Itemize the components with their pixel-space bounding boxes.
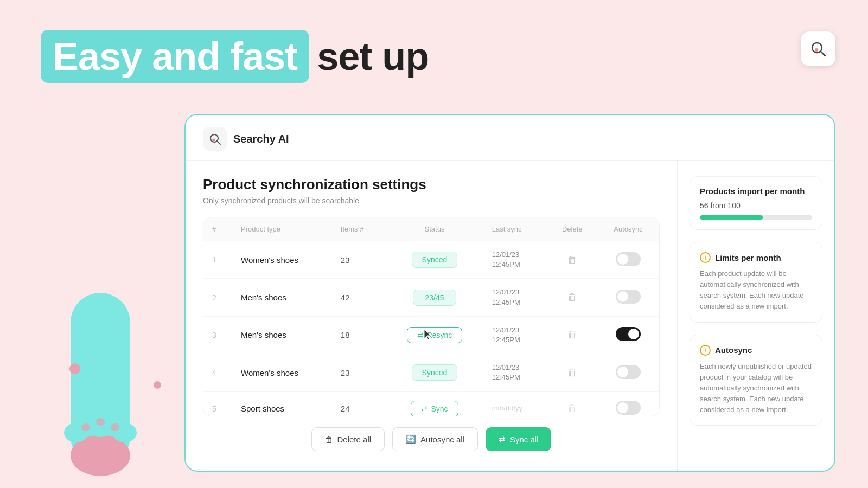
import-card: Products import per month 56 from 100 [690, 176, 822, 230]
row-type: Women's shoes [232, 241, 332, 279]
sync-all-label: Sync all [510, 435, 539, 444]
autosync-toggle[interactable] [616, 290, 641, 304]
autosync-toggle[interactable] [616, 327, 641, 341]
col-items: Items # [332, 217, 386, 241]
row-autosync[interactable] [597, 354, 659, 391]
autosync-text: Each newly unpublished or updated produc… [700, 361, 812, 416]
import-count: 56 from 100 [700, 201, 812, 210]
row-delete[interactable]: 🗑 [547, 279, 597, 316]
app-title: Searchy AI [233, 133, 289, 145]
svg-point-2 [815, 48, 818, 52]
autosync-title: Autosync [715, 345, 752, 355]
row-date: 12/01/2312:45PM [483, 316, 547, 354]
app-logo [203, 127, 227, 151]
row-num: 2 [203, 279, 232, 316]
trash-icon[interactable]: 🗑 [556, 329, 589, 341]
limits-header: i Limits per month [700, 252, 812, 263]
svg-point-11 [69, 363, 80, 374]
row-status[interactable]: ⇄ Resync [386, 316, 483, 354]
autosync-header: i Autosync [700, 345, 812, 356]
product-table-wrapper: # Product type Items # Status Last sync … [203, 217, 660, 416]
sync-icon-autosync: 🔄 [406, 434, 416, 444]
row-num: 5 [203, 391, 232, 416]
progress-bar-fill [700, 215, 763, 220]
delete-all-button[interactable]: 🗑 Delete all [311, 427, 385, 451]
svg-point-15 [213, 139, 215, 142]
row-status[interactable]: ⇄ Sync [386, 391, 483, 416]
autosync-all-label: Autosync all [420, 435, 464, 444]
page-subtitle: Only synchronized products will be searc… [203, 196, 660, 205]
progress-bar-bg [700, 215, 812, 220]
limits-text: Each product update will be automaticall… [700, 268, 812, 312]
autosync-toggle[interactable] [616, 365, 641, 379]
row-autosync[interactable] [597, 279, 659, 316]
svg-point-12 [154, 381, 161, 389]
table-header-row: # Product type Items # Status Last sync … [203, 217, 659, 241]
sync-all-button[interactable]: ⇄ Sync all [486, 427, 552, 451]
row-date: mm/dd/yy [483, 391, 547, 416]
col-sync: Last sync [483, 217, 547, 241]
autosync-toggle[interactable] [616, 252, 641, 266]
table-row: 5Sport shoes24⇄ Syncmm/dd/yy🗑 [203, 391, 659, 416]
row-type: Men's shoes [232, 279, 332, 316]
trash-icon[interactable]: 🗑 [556, 254, 589, 266]
row-items: 42 [332, 279, 386, 316]
svg-line-14 [217, 141, 220, 144]
row-delete[interactable]: 🗑 [547, 241, 597, 279]
row-delete[interactable]: 🗑 [547, 391, 597, 416]
row-items: 23 [332, 241, 386, 279]
svg-point-8 [81, 423, 90, 431]
hero-highlight-text: Easy and fast [41, 30, 309, 83]
row-delete[interactable]: 🗑 [547, 316, 597, 354]
row-autosync[interactable] [597, 241, 659, 279]
table-row: 3Men's shoes18⇄ Resync12/01/2312:45PM🗑 [203, 316, 659, 354]
autosync-all-button[interactable]: 🔄 Autosync all [392, 427, 478, 451]
row-type: Women's shoes [232, 354, 332, 391]
hero-banner: Easy and fast set up [41, 30, 429, 83]
app-header: Searchy AI [186, 115, 834, 161]
paw-illustration [38, 260, 163, 488]
app-icon-button[interactable] [801, 31, 835, 66]
right-panel: Products import per month 56 from 100 i … [677, 161, 834, 471]
col-status: Status [386, 217, 483, 241]
svg-point-9 [96, 418, 105, 426]
table-row: 2Men's shoes4223/4512/01/2312:45PM🗑 [203, 279, 659, 316]
row-num: 1 [203, 241, 232, 279]
svg-line-1 [821, 52, 825, 56]
row-status[interactable]: Synced [386, 241, 483, 279]
autosync-toggle[interactable] [616, 401, 641, 415]
row-items: 24 [332, 391, 386, 416]
trash-icon[interactable]: 🗑 [556, 292, 589, 303]
row-items: 18 [332, 316, 386, 354]
trash-icon[interactable]: 🗑 [556, 403, 589, 414]
row-autosync[interactable] [597, 391, 659, 416]
row-autosync[interactable] [597, 316, 659, 354]
left-panel: Product synchronization settings Only sy… [186, 161, 677, 471]
autosync-icon: i [700, 345, 711, 356]
limits-icon: i [700, 252, 711, 263]
col-type: Product type [232, 217, 332, 241]
row-date: 12/01/2312:45PM [483, 354, 547, 391]
search-icon [808, 39, 828, 59]
import-card-title: Products import per month [700, 187, 812, 196]
limits-title: Limits per month [715, 253, 781, 262]
row-status[interactable]: 23/45 [386, 279, 483, 316]
row-status[interactable]: Synced [386, 354, 483, 391]
autosync-card: i Autosync Each newly unpublished or upd… [690, 335, 822, 426]
main-card: Searchy AI Product synchronization setti… [184, 114, 835, 472]
page-title: Product synchronization settings [203, 176, 660, 193]
row-items: 23 [332, 354, 386, 391]
row-delete[interactable]: 🗑 [547, 354, 597, 391]
svg-point-10 [111, 423, 119, 431]
col-delete: Delete [547, 217, 597, 241]
row-num: 3 [203, 316, 232, 354]
content-area: Product synchronization settings Only sy… [186, 161, 834, 471]
row-date: 12/01/2312:45PM [483, 279, 547, 316]
row-type: Sport shoes [232, 391, 332, 416]
row-type: Men's shoes [232, 316, 332, 354]
sync-icon-all: ⇄ [499, 434, 506, 444]
trash-icon: 🗑 [325, 435, 333, 444]
bottom-bar: 🗑 Delete all 🔄 Autosync all ⇄ Sync all [203, 416, 660, 455]
table-row: 1Women's shoes23Synced12/01/2312:45PM🗑 [203, 241, 659, 279]
trash-icon[interactable]: 🗑 [556, 367, 589, 378]
